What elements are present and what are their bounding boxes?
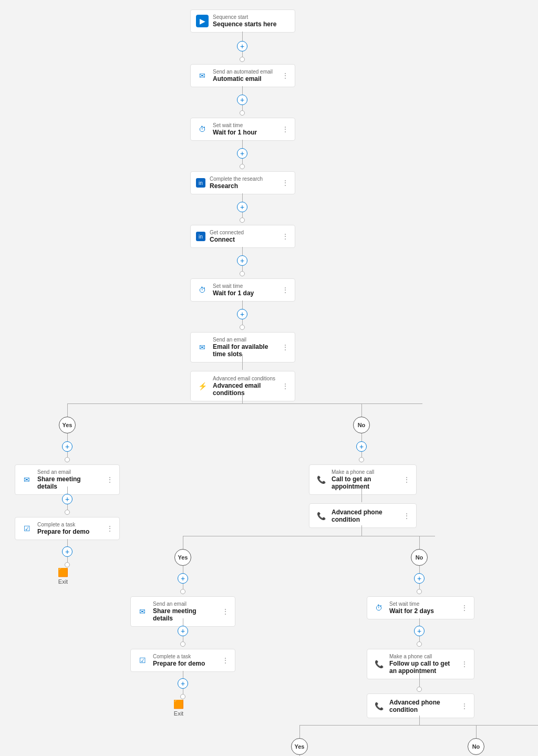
add-btn-2[interactable]: +: [237, 95, 247, 105]
add-btn-yes2-exit[interactable]: +: [178, 678, 188, 689]
more-btn-3[interactable]: ⋮: [281, 179, 289, 187]
branch-yes-3: Yes: [291, 738, 308, 755]
node-no1-1[interactable]: 📞 Make a phone call Call to get an appoi…: [309, 464, 417, 495]
branch-no-2: No: [411, 549, 428, 566]
add-btn-no2[interactable]: +: [414, 573, 425, 584]
node-4[interactable]: in Get connected Connect ⋮: [190, 225, 295, 248]
add-btn-yes1[interactable]: +: [62, 441, 73, 452]
more-btn-y21[interactable]: ⋮: [221, 607, 230, 616]
add-btn-6[interactable]: +: [237, 309, 247, 319]
add-btn-no1[interactable]: +: [356, 441, 367, 452]
add-btn-yes2-2[interactable]: +: [178, 626, 188, 636]
condition-icon-7: ⚡: [196, 380, 209, 392]
exit-yes1: 🟧 Exit: [58, 567, 68, 585]
add-btn-4[interactable]: +: [237, 202, 247, 212]
more-btn-n23[interactable]: ⋮: [460, 702, 469, 710]
more-btn-y12[interactable]: ⋮: [106, 524, 114, 533]
more-btn-y22[interactable]: ⋮: [221, 656, 230, 665]
more-btn-n21[interactable]: ⋮: [460, 604, 469, 612]
branch-yes-2: Yes: [174, 549, 191, 566]
flow-canvas: ▶ Sequence start Sequence starts here + …: [0, 0, 538, 756]
email-icon-y1: ✉: [20, 473, 33, 486]
more-btn-4[interactable]: ⋮: [281, 232, 289, 241]
node-1[interactable]: ✉ Send an automated email Automatic emai…: [190, 64, 295, 87]
add-btn-yes1-2[interactable]: +: [62, 494, 73, 504]
node-no2-1[interactable]: ⏱ Set wait time Wait for 2 days ⋮: [367, 596, 474, 619]
node-6[interactable]: ✉ Send an email Email for available time…: [190, 332, 295, 363]
email-icon-y21: ✉: [136, 605, 149, 618]
node-no2-3[interactable]: 📞 Advanced phone condition ⋮: [367, 693, 474, 718]
node-start-text: Sequence start Sequence starts here: [213, 14, 289, 28]
phone-icon-n22: 📞: [373, 658, 385, 670]
add-btn-yes1-exit[interactable]: +: [62, 546, 73, 557]
more-btn-n12[interactable]: ⋮: [402, 512, 411, 520]
start-icon: ▶: [196, 15, 209, 27]
add-btn-1[interactable]: +: [237, 41, 247, 51]
node-yes2-2[interactable]: ☑ Complete a task Prepare for demo ⋮: [130, 649, 235, 672]
more-btn-1[interactable]: ⋮: [281, 71, 289, 80]
node-2[interactable]: ⏱ Set wait time Wait for 1 hour ⋮: [190, 118, 295, 141]
linkedin-icon-3: in: [196, 178, 205, 188]
more-btn-2[interactable]: ⋮: [281, 125, 289, 133]
phone-icon-n12: 📞: [315, 510, 327, 522]
add-btn-5[interactable]: +: [237, 255, 247, 266]
node-start[interactable]: ▶ Sequence start Sequence starts here: [190, 9, 295, 33]
more-btn-5[interactable]: ⋮: [281, 286, 289, 294]
branch-yes-1: Yes: [59, 417, 76, 433]
clock-icon-2: ⏱: [196, 123, 209, 136]
node-5[interactable]: ⏱ Set wait time Wait for 1 day ⋮: [190, 278, 295, 302]
more-btn-6[interactable]: ⋮: [281, 343, 289, 351]
task-icon-y22: ☑: [136, 654, 149, 667]
exit-icon-yes2: 🟧: [173, 699, 184, 709]
node-no1-2[interactable]: 📞 Advanced phone condition ⋮: [309, 503, 417, 528]
node-no2-2[interactable]: 📞 Make a phone call Follow up call to ge…: [367, 649, 474, 679]
more-btn-7[interactable]: ⋮: [281, 382, 289, 390]
phone-icon-n11: 📞: [315, 473, 327, 486]
more-btn-n22[interactable]: ⋮: [460, 660, 469, 668]
clock-icon-n21: ⏱: [373, 602, 385, 614]
add-btn-3[interactable]: +: [237, 148, 247, 159]
node-yes1-2[interactable]: ☑ Complete a task Prepare for demo ⋮: [15, 517, 120, 540]
more-btn-y11[interactable]: ⋮: [106, 475, 114, 484]
email-icon-6: ✉: [196, 341, 209, 354]
add-btn-no2-2[interactable]: +: [414, 626, 425, 636]
exit-icon-yes1: 🟧: [58, 567, 68, 577]
branch-no-3: No: [468, 738, 484, 755]
phone-icon-n23: 📞: [373, 700, 385, 712]
add-btn-yes2[interactable]: +: [178, 573, 188, 584]
node-7[interactable]: ⚡ Advanced email conditions Advanced ema…: [190, 371, 295, 401]
node-3[interactable]: in Complete the research Research ⋮: [190, 171, 295, 194]
email-icon-1: ✉: [196, 69, 209, 82]
exit-yes2: 🟧 Exit: [173, 699, 184, 717]
branch-no-1: No: [353, 417, 370, 433]
task-icon-y12: ☑: [20, 522, 33, 535]
clock-icon-5: ⏱: [196, 284, 209, 296]
more-btn-n11[interactable]: ⋮: [402, 475, 411, 484]
linkedin-icon-4: in: [196, 232, 205, 241]
